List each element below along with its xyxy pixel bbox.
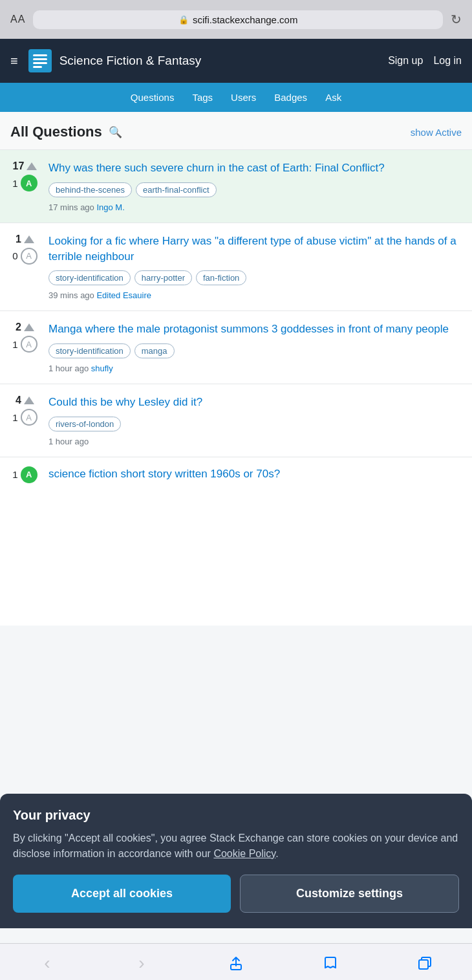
search-icon[interactable]: 🔍 [109,125,122,139]
question-stats: 2 1 A [10,321,39,373]
question-tags: rivers-of-london [48,417,462,431]
question-body: Could this be why Lesley did it? rivers-… [48,395,462,446]
nav-bar: Questions Tags Users Badges Ask [0,83,472,112]
svg-rect-2 [33,58,47,60]
question-meta: 1 hour ago [48,437,462,446]
upvote-icon [27,162,37,170]
lock-icon: 🔒 [178,15,189,25]
site-logo [28,49,52,72]
author-link[interactable]: Ingo M. [96,202,124,212]
answer-badge: A [21,466,38,483]
nav-questions[interactable]: Questions [131,92,175,103]
vote-count: 2 [16,321,34,333]
answer-badge: A [21,175,38,191]
question-tags: story-identification harry-potter fan-fi… [48,270,462,285]
spacer [0,496,472,626]
tag[interactable]: manga [134,343,175,358]
answer-count: 1 A [12,409,37,426]
tag[interactable]: earth-final-conflict [136,182,217,197]
login-button[interactable]: Log in [433,55,462,67]
questions-header: All Questions 🔍 show Active [0,112,472,150]
nav-tags[interactable]: Tags [192,92,213,103]
question-body: science fiction short story written 1960… [48,466,462,487]
upvote-icon [24,397,34,404]
answer-count: 0 A [12,248,37,265]
question-title[interactable]: science fiction short story written 1960… [48,466,462,482]
svg-rect-4 [33,66,42,68]
author-link[interactable]: shufly [91,364,113,373]
question-meta: 17 mins ago Ingo M. [48,202,462,212]
upvote-icon [24,235,34,243]
font-size-control[interactable]: AA [10,14,25,25]
question-item: 2 1 A Manga where the male protagonist s… [0,311,472,384]
svg-rect-3 [33,62,47,64]
question-meta: 39 mins ago Edited Esauire [48,290,462,300]
url-bar[interactable]: 🔒 scifi.stackexchange.com [33,10,443,29]
main-content: All Questions 🔍 show Active 17 1 A Why w… [0,112,472,626]
questions-title: All Questions 🔍 [10,124,122,140]
vote-count: 17 [13,160,38,172]
question-title[interactable]: Why was there such severe churn in the c… [48,160,462,176]
question-tags: behind-the-scenes earth-final-conflict [48,182,462,197]
answer-badge-empty: A [21,248,38,265]
question-item: 4 1 A Could this be why Lesley did it? r… [0,384,472,457]
tag[interactable]: story-identification [48,270,131,285]
question-stats: 17 1 A [10,160,39,212]
question-title[interactable]: Looking for a fic where Harry was "a dif… [48,234,462,265]
nav-users[interactable]: Users [231,92,256,103]
time-ago: 39 mins ago [48,290,96,300]
tag[interactable]: behind-the-scenes [48,182,132,197]
question-stats: 1 A [10,466,39,487]
nav-ask[interactable]: Ask [325,92,341,103]
time-ago: 1 hour ago [48,364,91,373]
tag[interactable]: rivers-of-london [48,417,121,431]
question-item: 17 1 A Why was there such severe churn i… [0,150,472,223]
nav-badges[interactable]: Badges [274,92,307,103]
question-body: Manga where the male protagonist summons… [48,321,462,373]
answer-count: 1 A [12,466,37,483]
answer-badge-empty: A [21,336,38,353]
vote-count: 1 [16,234,34,245]
show-label: show [411,127,433,138]
answer-count: 1 A [12,175,37,191]
upvote-icon [24,323,34,331]
question-title[interactable]: Could this be why Lesley did it? [48,395,462,410]
hamburger-icon[interactable]: ≡ [10,54,18,69]
show-active-filter[interactable]: show Active [411,127,462,138]
tag[interactable]: harry-potter [134,270,192,285]
question-item: 1 0 A Looking for a fic where Harry was … [0,223,472,312]
tag[interactable]: fan-fiction [196,270,246,285]
tag[interactable]: story-identification [48,343,131,358]
answer-badge-empty: A [21,409,38,426]
question-tags: story-identification manga [48,343,462,358]
site-name: Science Fiction & Fantasy [59,54,202,68]
signup-button[interactable]: Sign up [388,55,423,67]
question-title[interactable]: Manga where the male protagonist summons… [48,321,462,337]
active-label: Active [435,127,462,138]
question-body: Looking for a fic where Harry was "a dif… [48,234,462,301]
url-text: scifi.stackexchange.com [193,14,298,25]
author-link[interactable]: Edited Esauire [96,290,151,300]
browser-bar: AA 🔒 scifi.stackexchange.com ↻ [0,0,472,39]
answer-count: 1 A [12,336,37,353]
svg-rect-0 [28,49,52,72]
refresh-icon[interactable]: ↻ [451,12,462,27]
time-ago: 1 hour ago [48,437,89,446]
vote-count: 4 [16,395,34,406]
site-header: ≡ Science Fiction & Fantasy Sign up Log … [0,39,472,83]
question-body: Why was there such severe churn in the c… [48,160,462,212]
question-meta: 1 hour ago shufly [48,364,462,373]
header-left: ≡ Science Fiction & Fantasy [10,49,201,72]
time-ago: 17 mins ago [48,202,96,212]
svg-rect-1 [33,54,47,56]
question-stats: 4 1 A [10,395,39,446]
partial-question: 1 A science fiction short story written … [0,457,472,496]
question-stats: 1 0 A [10,234,39,301]
header-right: Sign up Log in [388,55,462,67]
